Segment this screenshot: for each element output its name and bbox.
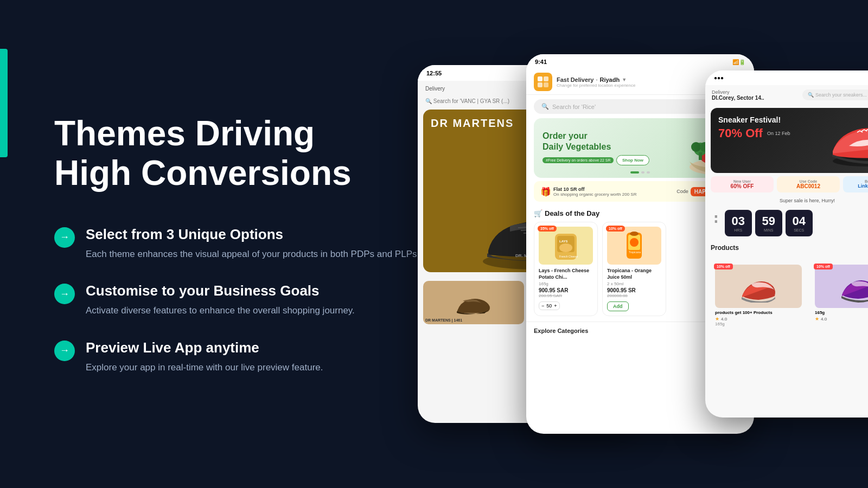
- sneaker-products-title: Products: [711, 244, 739, 252]
- star-icon: ★: [715, 316, 719, 322]
- grocery-search-icon: 🔍: [541, 103, 549, 110]
- right-panel: 12:55 ●●● 📶 🔋 Delivery 🛒 🔍 Search for 'V…: [401, 0, 868, 488]
- sneaker-product-1-subtext: products get 100+ Products: [715, 310, 802, 315]
- timer-mins-label: MINS: [761, 228, 777, 232]
- product-1-old-price: 200.95 SAR: [539, 293, 593, 298]
- sneaker-delivery-label: Delivery: [712, 89, 764, 95]
- promo-text-group: Flat 10 SR off On shopping organic groce…: [553, 187, 636, 197]
- feature-text-3: Preview Live App anytime Explore your ap…: [86, 339, 323, 375]
- sneaker-product-2-rating: ★ 4.0: [815, 316, 868, 322]
- product-2-badge: 10% off: [606, 226, 625, 232]
- sneaker-product-2[interactable]: 10% off 165g ★ 4.0: [810, 260, 868, 331]
- svg-rect-7: [538, 82, 542, 87]
- sneaker-product-2-image: [815, 265, 868, 308]
- svg-text:Tropicana: Tropicana: [629, 251, 641, 254]
- feature-heading-2: Customise to your Business Goals: [86, 282, 355, 299]
- arrow-icon-2: →: [54, 284, 75, 304]
- deals-title-row: 🛒 Deals of the Day: [534, 209, 599, 217]
- shoe-thumb-1: [455, 289, 493, 316]
- sneaker-phone: ●●● 📶🔋 Delivery Dl.Corey, Sector 14.. 🔍 …: [705, 70, 868, 418]
- feature-desc-3: Explore your app in real-time with our l…: [86, 361, 323, 375]
- chips-illustration: LAYS French Cheese: [550, 229, 582, 262]
- fashion-product-1[interactable]: DR MARTENS | 1461: [423, 281, 524, 324]
- sneaker-shoe-image: [830, 113, 868, 168]
- plus-icon-1[interactable]: +: [554, 303, 557, 309]
- coupon-book[interactable]: Book Offer Link ABC Ba...: [843, 176, 868, 192]
- feature-text-1: Select from 3 Unique Options Each theme …: [86, 226, 419, 261]
- feature-item-3: → Preview Live App anytime Explore your …: [54, 339, 434, 375]
- grocery-shop-now-button[interactable]: Shop Now: [616, 155, 649, 165]
- svg-rect-14: [699, 152, 702, 160]
- feature-desc-1: Each theme enhances the visual appeal of…: [86, 247, 419, 261]
- product-1-price: 900.95 SAR: [539, 287, 568, 293]
- grocery-delivery-info: Fast Delivery - Riyadh ▼ Change for pref…: [557, 76, 635, 88]
- coupon-new-user[interactable]: New User 60% OFF: [711, 176, 774, 192]
- product-1-badge: 35% off: [538, 226, 557, 232]
- product-1-name: Lays - French Cheese Potato Chi...: [539, 268, 593, 280]
- svg-text:French Cheese: French Cheese: [559, 255, 578, 258]
- feature-text-2: Customise to your Business Goals Activat…: [86, 282, 355, 318]
- product-1-weight: 165g: [539, 281, 593, 286]
- grocery-change-text: Change for preferred location experience: [557, 83, 635, 88]
- timer-hours-label: HRS: [730, 228, 746, 232]
- sneaker-product-2-rating-val: 4.0: [821, 317, 827, 322]
- product-1-qty: 50: [546, 303, 552, 309]
- coupon-new-user-code: 60% OFF: [715, 183, 769, 189]
- feature-heading-1: Select from 3 Unique Options: [86, 226, 419, 243]
- timer-hours-box: 03 HRS: [725, 210, 752, 236]
- product-1-price-row: 900.95 SAR: [539, 287, 593, 293]
- arrow-icon-1: →: [54, 227, 75, 248]
- product-2-add-button[interactable]: Add: [607, 301, 629, 311]
- sneaker-delivery-group: Delivery Dl.Corey, Sector 14..: [712, 89, 764, 101]
- sneaker-product-shoe: [739, 270, 777, 303]
- features-list: → Select from 3 Unique Options Each them…: [54, 226, 434, 375]
- sneaker-signal: ●●●: [714, 75, 724, 81]
- grocery-nav-left: Fast Delivery - Riyadh ▼ Change for pref…: [534, 73, 635, 91]
- sneaker-timer: Super sale is here, Hurry!: [705, 196, 868, 206]
- grocery-product-1: 35% off LAYS French Cheese Lays - French…: [534, 222, 598, 316]
- sneaker-products-section: Products View All 10% off products get 1…: [705, 241, 868, 334]
- timer-secs-box: 04 SECS: [786, 210, 813, 236]
- svg-rect-5: [538, 76, 542, 81]
- cart-deals-icon: 🛒: [534, 209, 542, 217]
- sneaker-status-bar: ●●● 📶🔋: [705, 70, 868, 85]
- promo-code-label: Code: [676, 189, 688, 194]
- coupon-book-label: Book Offer: [847, 179, 868, 183]
- left-panel: Themes Driving High Conversions → Select…: [33, 0, 434, 488]
- svg-point-20: [559, 243, 572, 252]
- grocery-logo: [534, 73, 552, 91]
- fashion-brand-logo: DR MARTENS: [431, 117, 514, 130]
- feature-heading-3: Preview Live App anytime: [86, 339, 323, 356]
- sneaker-product-1[interactable]: 10% off products get 100+ Products ★ 4.0: [711, 260, 806, 331]
- svg-rect-8: [544, 82, 548, 87]
- sneaker-discount: 70% Off: [718, 126, 763, 140]
- product-1-qty-control[interactable]: − 50 +: [539, 301, 560, 310]
- grocery-time: 9:41: [535, 59, 547, 65]
- minus-icon-1[interactable]: −: [541, 303, 544, 309]
- svg-point-24: [630, 238, 639, 247]
- product-2-add-row: Add: [607, 301, 661, 311]
- grocery-location: Riyadh: [599, 76, 620, 83]
- promo-gift-icon: 🎁: [540, 187, 551, 197]
- deals-title-text: Deals of the Day: [545, 209, 599, 217]
- explore-title: Explore Categories: [534, 328, 588, 334]
- accent-bar: [0, 49, 8, 157]
- coupon-book-code: Link ABC Ba...: [847, 183, 868, 189]
- main-title: Themes Driving High Conversions: [54, 114, 434, 194]
- timer-secs-label: SECS: [791, 228, 807, 232]
- coupon-new-user-label: New User: [715, 179, 769, 183]
- grocery-hero-title: Order your Daily Vegetables: [542, 131, 650, 151]
- promo-subtext: On shopping organic grocery worth 200 SR: [553, 192, 636, 197]
- product-1-add-row: − 50 +: [539, 301, 593, 310]
- sneaker-search-bar[interactable]: 🔍 Search your sneakers...: [802, 89, 868, 100]
- arrow-icon-3: →: [54, 341, 75, 361]
- juice-illustration: Tropicana: [618, 229, 650, 262]
- timer-mins-box: 59 MINS: [755, 210, 782, 236]
- sneaker-nav: Delivery Dl.Corey, Sector 14.. 🔍 Search …: [705, 85, 868, 105]
- sneaker-product-2-badge: 10% off: [814, 264, 833, 269]
- fashion-time: 12:55: [426, 70, 442, 76]
- product-2-name: Tropicana - Orange Juice 50ml: [607, 268, 661, 280]
- sneaker-product-1-rating: ★ 4.0: [715, 316, 802, 322]
- coupon-code[interactable]: Use Code ABC0012: [777, 176, 840, 192]
- sneaker-product-shoe-2: [839, 270, 868, 303]
